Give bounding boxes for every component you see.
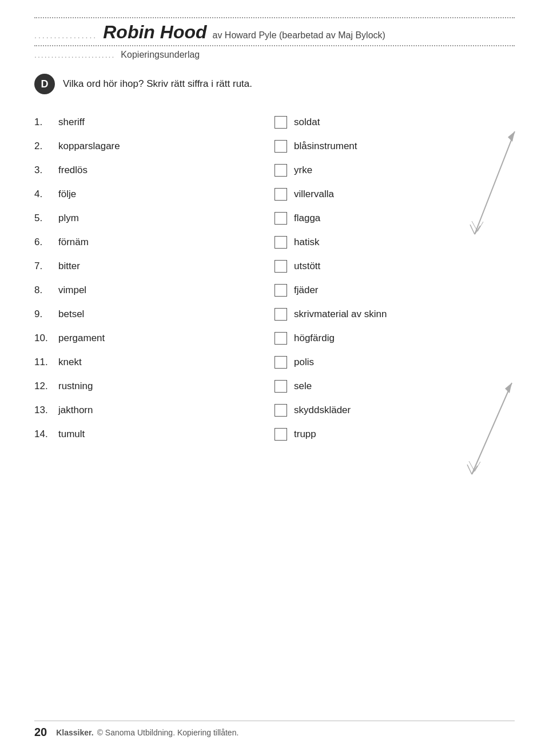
item-right-12: sele — [274, 374, 515, 398]
item-word-3: fredlös — [58, 165, 87, 176]
answer-word-13: skyddskläder — [294, 405, 351, 416]
item-number-2: 2. — [34, 141, 53, 152]
footer-klassiker: Klassiker. — [56, 728, 93, 737]
item-left-13: 13.jakthorn — [34, 398, 274, 422]
answer-word-4: villervalla — [294, 189, 334, 200]
answer-word-12: sele — [294, 381, 312, 392]
answer-box-7[interactable] — [274, 260, 287, 273]
book-title: Robin Hood — [103, 22, 206, 43]
item-right-6: hatisk — [274, 230, 515, 254]
item-left-2: 2.kopparslagare — [34, 134, 274, 158]
item-right-3: yrke — [274, 158, 515, 182]
item-number-13: 13. — [34, 405, 53, 416]
item-left-9: 9.betsel — [34, 302, 274, 326]
item-word-9: betsel — [58, 309, 84, 320]
answer-word-1: soldat — [294, 117, 320, 128]
task-instruction: Vilka ord hör ihop? Skriv rätt siffra i … — [63, 78, 252, 90]
subheader-dots: ........................ — [34, 50, 115, 59]
answer-word-10: högfärdig — [294, 333, 335, 344]
answer-box-6[interactable] — [274, 236, 287, 249]
item-left-1: 1.sheriff — [34, 110, 274, 134]
item-word-13: jakthorn — [58, 405, 93, 416]
kopieringsunderlag-label: Kopieringsunderlag — [121, 50, 200, 60]
item-right-10: högfärdig — [274, 326, 515, 350]
item-word-14: tumult — [58, 429, 85, 440]
answer-word-5: flagga — [294, 213, 320, 224]
item-word-8: vimpel — [58, 285, 86, 296]
answer-box-2[interactable] — [274, 140, 287, 153]
item-number-9: 9. — [34, 309, 53, 320]
answer-word-2: blåsinstrument — [294, 141, 357, 152]
answer-word-8: fjäder — [294, 285, 319, 296]
item-number-12: 12. — [34, 381, 53, 392]
item-left-7: 7.bitter — [34, 254, 274, 278]
answer-box-10[interactable] — [274, 332, 287, 345]
item-number-14: 14. — [34, 429, 53, 440]
item-left-8: 8.vimpel — [34, 278, 274, 302]
item-right-9: skrivmaterial av skinn — [274, 302, 515, 326]
item-right-4: villervalla — [274, 182, 515, 206]
item-left-12: 12.rustning — [34, 374, 274, 398]
footer-page-number: 20 — [34, 726, 47, 739]
item-right-2: blåsinstrument — [274, 134, 515, 158]
item-word-11: knekt — [58, 357, 82, 368]
item-word-6: förnäm — [58, 237, 89, 248]
item-word-1: sheriff — [58, 117, 85, 128]
svg-line-8 — [472, 466, 478, 474]
item-right-13: skyddskläder — [274, 398, 515, 422]
answer-box-11[interactable] — [274, 356, 287, 369]
footer: 20 Klassiker. © Sanoma Utbildning. Kopie… — [34, 721, 515, 739]
item-word-4: följe — [58, 189, 76, 200]
footer-copyright: © Sanoma Utbildning. Kopiering tillåten. — [97, 728, 239, 737]
item-number-1: 1. — [34, 117, 53, 128]
item-left-10: 10.pergament — [34, 326, 274, 350]
answer-box-8[interactable] — [274, 284, 287, 297]
answer-box-1[interactable] — [274, 116, 287, 129]
item-right-8: fjäder — [274, 278, 515, 302]
item-number-10: 10. — [34, 333, 53, 344]
svg-line-10 — [475, 462, 480, 471]
item-left-4: 4.följe — [34, 182, 274, 206]
answer-box-14[interactable] — [274, 428, 287, 441]
answer-word-9: skrivmaterial av skinn — [294, 309, 387, 320]
item-number-8: 8. — [34, 285, 53, 296]
subheader-line: ........................ Kopieringsunder… — [34, 45, 515, 60]
task-circle: D — [34, 74, 55, 94]
item-right-11: polis — [274, 350, 515, 374]
item-word-10: pergament — [58, 333, 105, 344]
answer-box-12[interactable] — [274, 380, 287, 393]
answer-box-3[interactable] — [274, 164, 287, 177]
answer-box-9[interactable] — [274, 308, 287, 321]
item-right-1: soldat — [274, 110, 515, 134]
item-right-7: utstött — [274, 254, 515, 278]
item-word-5: plym — [58, 213, 79, 224]
answer-word-7: utstött — [294, 261, 320, 272]
item-left-5: 5.plym — [34, 206, 274, 230]
item-word-12: rustning — [58, 381, 93, 392]
answer-word-11: polis — [294, 357, 314, 368]
item-word-2: kopparslagare — [58, 141, 120, 152]
header-dots: ................ — [34, 31, 97, 40]
task-header: D Vilka ord hör ihop? Skriv rätt siffra … — [34, 74, 515, 94]
item-left-11: 11.knekt — [34, 350, 274, 374]
answer-word-6: hatisk — [294, 237, 319, 248]
task-section: D Vilka ord hör ihop? Skriv rätt siffra … — [34, 74, 515, 446]
answer-box-13[interactable] — [274, 404, 287, 417]
answer-box-5[interactable] — [274, 212, 287, 225]
item-number-6: 6. — [34, 237, 53, 248]
item-left-3: 3.fredlös — [34, 158, 274, 182]
item-number-11: 11. — [34, 357, 53, 368]
item-left-14: 14.tumult — [34, 422, 274, 446]
items-grid: 1.sheriffsoldat2.kopparslagareblåsinstru… — [34, 110, 515, 446]
answer-box-4[interactable] — [274, 188, 287, 201]
item-number-3: 3. — [34, 165, 53, 176]
svg-line-11 — [469, 461, 475, 471]
item-number-5: 5. — [34, 213, 53, 224]
item-right-5: flagga — [274, 206, 515, 230]
svg-line-9 — [467, 465, 472, 474]
item-right-14: trupp — [274, 422, 515, 446]
answer-word-14: trupp — [294, 429, 316, 440]
item-word-7: bitter — [58, 261, 80, 272]
item-left-6: 6.förnäm — [34, 230, 274, 254]
item-number-7: 7. — [34, 261, 53, 272]
